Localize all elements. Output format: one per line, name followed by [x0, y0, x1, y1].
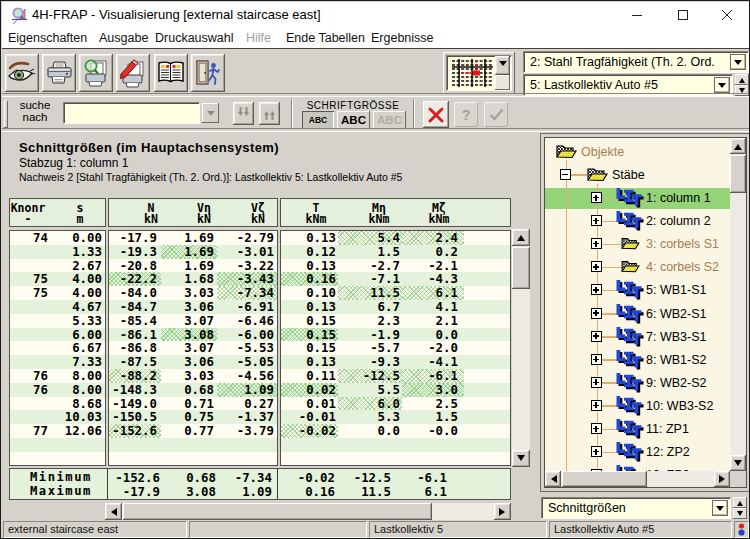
table-row[interactable]: 0.16-7.1-4.3	[281, 272, 510, 286]
table-row[interactable]: -85.43.07-6.46	[109, 314, 277, 328]
menu-item-ergebnisse[interactable]: Ergebnisse	[371, 28, 434, 48]
confirm-button[interactable]	[484, 102, 508, 127]
table-row[interactable]: -84.03.03-7.34	[109, 286, 277, 300]
table-horizontal-scrollbar[interactable]	[105, 503, 511, 520]
view-button[interactable]	[5, 54, 39, 92]
table-row[interactable]: 0.1011.56.1	[281, 286, 510, 300]
tree-item-10-wb3-s2[interactable]: 10: WB3-S2	[545, 394, 730, 417]
result-type-spinner[interactable]	[733, 497, 747, 519]
expand-icon[interactable]	[591, 446, 602, 457]
table-row[interactable]: 6.00	[10, 328, 105, 342]
tree-horizontal-scrollbar[interactable]	[545, 471, 730, 487]
menu-item-hilfe[interactable]: Hilfe	[246, 28, 271, 48]
table-row[interactable]: 754.00	[10, 286, 105, 300]
expand-icon[interactable]	[591, 377, 602, 388]
table-position-widget[interactable]	[443, 52, 515, 94]
tree-item-12-zp2[interactable]: 12: ZP2	[545, 441, 730, 464]
table-row[interactable]: 0.152.32.1	[281, 314, 510, 328]
tree-vertical-scrollbar[interactable]	[730, 138, 746, 471]
expand-icon[interactable]	[591, 238, 602, 249]
lastkollektiv-combobox[interactable]: 5: Lastkollektiv Auto #5	[523, 74, 733, 96]
table-row[interactable]	[281, 452, 510, 466]
table-row[interactable]: -86.13.08-6.00	[109, 328, 277, 342]
table-row[interactable]: 754.00	[10, 272, 105, 286]
table-row[interactable]: 740.00	[10, 231, 105, 245]
table-row[interactable]	[109, 452, 277, 466]
manual-button[interactable]	[154, 54, 188, 92]
table-row[interactable]: 6.67	[10, 341, 105, 355]
expand-icon[interactable]	[591, 331, 602, 342]
table-body-moments[interactable]: 0.135.42.40.121.50.20.13-2.7-2.10.16-7.1…	[280, 230, 511, 466]
fontsize-small-button[interactable]: ABC	[302, 111, 334, 129]
expand-icon[interactable]	[591, 192, 602, 203]
expand-icon[interactable]	[591, 215, 602, 226]
table-row[interactable]: -20.81.69-3.22	[109, 259, 277, 273]
search-dropdown-button[interactable]	[202, 103, 219, 123]
table-row[interactable]: 8.68	[10, 397, 105, 411]
search-next-button[interactable]	[233, 102, 254, 125]
result-type-combobox[interactable]: Schnittgrößen	[541, 497, 731, 519]
print-button[interactable]	[42, 54, 76, 92]
tree-item-8-wb1-s2[interactable]: 8: WB1-S2	[545, 348, 730, 371]
table-row[interactable]: 768.00	[10, 369, 105, 383]
menu-item-eigenschaften[interactable]: Eigenschaften	[8, 28, 87, 48]
minimize-button[interactable]	[614, 2, 660, 28]
table-row[interactable]: 768.00	[10, 383, 105, 397]
table-row[interactable]: -22.21.68-3.43	[109, 272, 277, 286]
scroll-left-button[interactable]	[545, 471, 561, 487]
nachweis-combobox[interactable]: 2: Stahl Tragfähigkeit (Th. 2. Ord.	[523, 51, 749, 73]
expand-icon[interactable]	[591, 284, 602, 295]
table-row[interactable]: -0.020.0-0.0	[281, 424, 510, 438]
table-position-dropdown[interactable]	[495, 56, 510, 75]
table-row[interactable]: 1.33	[10, 245, 105, 259]
menu-item-druckauswahl[interactable]: Druckauswahl	[155, 28, 234, 48]
close-table-button[interactable]	[423, 101, 449, 128]
tree-item-3-corbels-s1[interactable]: 3: corbels S1	[545, 233, 730, 256]
table-row[interactable]: 5.33	[10, 314, 105, 328]
tree-item-11-zp1[interactable]: 11: ZP1	[545, 418, 730, 441]
table-row[interactable]: -19.31.69-3.01	[109, 245, 277, 259]
table-row[interactable]	[10, 438, 105, 452]
tree-item-7-wb3-s1[interactable]: 7: WB3-S1	[545, 325, 730, 348]
scroll-right-button[interactable]	[494, 503, 511, 520]
table-row[interactable]	[10, 452, 105, 466]
table-row[interactable]: 4.67	[10, 300, 105, 314]
scroll-thumb[interactable]	[512, 247, 530, 289]
tree-item-6-wb2-s1[interactable]: 6: WB2-S1	[545, 302, 730, 325]
lastkollektiv-dropdown-button[interactable]	[714, 77, 730, 93]
scroll-up-button[interactable]	[512, 229, 530, 246]
scroll-left-button[interactable]	[105, 503, 122, 520]
fontsize-medium-button[interactable]: ABC	[337, 111, 370, 129]
print-select-button[interactable]	[116, 54, 150, 92]
table-row[interactable]: 0.025.53.0	[281, 383, 510, 397]
fontsize-large-button[interactable]: ABC	[373, 111, 406, 129]
table-row[interactable]: -150.50.75-1.37	[109, 410, 277, 424]
tree-item-5-wb1-s1[interactable]: 5: WB1-S1	[545, 279, 730, 302]
table-row[interactable]: -149.00.710.27	[109, 397, 277, 411]
menu-item-ausgabe[interactable]: Ausgabe	[99, 28, 148, 48]
table-row[interactable]: 0.13-9.3-4.1	[281, 355, 510, 369]
table-row[interactable]: 0.135.42.4	[281, 231, 510, 245]
table-row[interactable]: -86.83.07-5.53	[109, 341, 277, 355]
scroll-thumb[interactable]	[562, 471, 647, 487]
table-row[interactable]: 0.15-1.90.0	[281, 328, 510, 342]
maximize-button[interactable]	[660, 2, 706, 28]
spinner-up-button[interactable]	[733, 497, 747, 508]
expand-icon[interactable]	[591, 423, 602, 434]
table-vertical-scrollbar[interactable]	[512, 229, 530, 467]
exit-button[interactable]	[191, 54, 225, 92]
tree-item-4-corbels-s2[interactable]: 4: corbels S2	[545, 256, 730, 279]
expand-icon[interactable]	[591, 354, 602, 365]
table-row[interactable]: -148.30.681.09	[109, 383, 277, 397]
tree-item-9-wb2-s2[interactable]: 9: WB2-S2	[545, 371, 730, 394]
table-row[interactable]: 0.136.74.1	[281, 300, 510, 314]
spinner-up-button[interactable]	[735, 74, 749, 85]
table-row[interactable]: -0.015.31.5	[281, 410, 510, 424]
result-type-dropdown-button[interactable]	[712, 500, 728, 516]
collapse-icon[interactable]	[560, 169, 571, 180]
table-body-forces[interactable]: -17.91.69-2.79-19.31.69-3.01-20.81.69-3.…	[108, 230, 278, 466]
nachweis-dropdown-button[interactable]	[730, 54, 746, 70]
table-row[interactable]	[109, 438, 277, 452]
table-row[interactable]: 0.13-2.7-2.1	[281, 259, 510, 273]
table-row[interactable]: 2.67	[10, 259, 105, 273]
